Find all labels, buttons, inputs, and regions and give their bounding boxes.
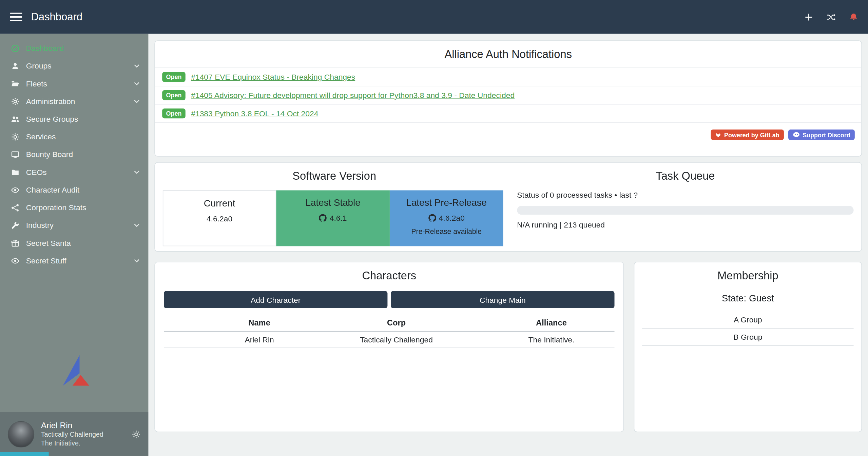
version-box-current: Current 4.6.2a0 [163,190,276,246]
plus-icon[interactable] [804,13,813,21]
user-info: Ariel Rin Tactically Challenged The Init… [41,420,103,448]
alliance-logo [0,353,148,387]
sidebar-item-label: Character Audit [26,185,79,194]
sidebar-nav: Dashboard Groups Fleets [0,34,148,270]
list-item: B Group [642,329,853,346]
version-heading: Current [163,198,275,209]
header-name: Name [214,315,305,331]
shuffle-icon[interactable] [827,13,836,21]
user-name: Ariel Rin [41,420,103,431]
characters-table-header: Name Corp Alliance [164,315,614,332]
sidebar-item-ceos[interactable]: CEOs [0,163,148,181]
sidebar-bottom-accent [0,452,49,456]
user-icon [11,62,19,70]
notification-link[interactable]: #1407 EVE Equinox Status - Breaking Chan… [191,73,355,81]
membership-title: Membership [634,262,861,289]
chevron-down-icon [134,82,139,85]
notification-item: Open #1405 Advisory: Future development … [155,86,861,105]
page-title: Dashboard [31,11,82,23]
folder-icon [11,168,19,176]
task-queue-status: Status of 0 processed tasks • last ? [517,190,853,199]
chevron-down-icon [134,99,139,103]
sidebar-item-corporation-stats[interactable]: Corporation Stats [0,199,148,216]
notifications-title: Alliance Auth Notifications [155,41,861,67]
bell-icon[interactable] [849,13,858,21]
status-badge: Open [162,108,186,118]
settings-gear-icon[interactable] [132,430,140,438]
powered-by-gitlab-badge[interactable]: Powered by GitLab [711,130,784,140]
add-character-button[interactable]: Add Character [164,291,387,308]
task-queue-section: Task Queue Status of 0 processed tasks •… [517,168,853,245]
menu-toggle-button[interactable] [10,13,22,21]
notifications-card: Alliance Auth Notifications Open #1407 E… [154,40,862,157]
eye-icon [11,186,19,194]
alliance-auth-app: Dashboard Dashboard [0,0,868,456]
sidebar-item-industry[interactable]: Industry [0,216,148,234]
version-value: 4.6.1 [330,214,347,222]
user-alliance: The Initiative. [41,439,103,448]
header-corp: Corp [305,315,488,331]
character-alliance: The Initiative. [488,335,615,344]
change-main-button[interactable]: Change Main [391,291,614,308]
characters-card: Characters Add Character Change Main Nam… [154,262,624,432]
users-icon [11,115,19,123]
version-value: 4.6.2a0 [207,214,232,223]
chevron-down-icon [134,170,139,174]
board-icon [11,150,19,158]
sidebar-item-character-audit[interactable]: Character Audit [0,181,148,199]
membership-card: Membership State: Guest A Group B Group [634,262,862,432]
sidebar-item-secret-stuff[interactable]: Secret Stuff [0,252,148,270]
sidebar: Dashboard Groups Fleets [0,34,148,456]
sidebar-item-bounty-board[interactable]: Bounty Board [0,145,148,163]
task-queue-progress-bar [517,206,853,215]
gift-icon [11,239,19,247]
sidebar-item-label: Bounty Board [26,150,73,159]
sidebar-item-label: CEOs [26,168,47,177]
gears-icon [11,97,19,105]
sidebar-item-label: Dashboard [26,44,64,53]
notifications-footer: Powered by GitLab Support Discord [155,123,861,140]
sidebar-item-administration[interactable]: Administration [0,93,148,110]
sidebar-item-label: Industry [26,221,54,230]
eye-icon [11,256,19,264]
sidebar-item-label: Corporation Stats [26,203,86,212]
sidebar-item-label: Secure Groups [26,115,78,123]
sidebar-item-groups[interactable]: Groups [0,57,148,75]
sidebar-item-fleets[interactable]: Fleets [0,75,148,92]
gitlab-icon [715,132,721,138]
version-queue-card: Software Version Current 4.6.2a0 Latest … [154,162,862,252]
characters-buttons: Add Character Change Main [155,291,623,308]
characters-title: Characters [155,262,623,289]
sidebar-item-services[interactable]: Services [0,128,148,145]
list-item: A Group [642,312,853,329]
sidebar-item-secure-groups[interactable]: Secure Groups [0,110,148,128]
support-discord-badge[interactable]: Support Discord [788,130,855,140]
task-queue-title: Task Queue [517,170,853,183]
chevron-down-icon [134,259,139,262]
user-panel: Ariel Rin Tactically Challenged The Init… [0,412,148,456]
character-name: Ariel Rin [214,335,305,344]
status-badge: Open [162,90,186,100]
sidebar-item-label: Fleets [26,79,47,88]
notification-link[interactable]: #1383 Python 3.8 EOL - 14 Oct 2024 [191,109,318,118]
version-boxes: Current 4.6.2a0 Latest Stable 4.6.1 Late… [163,190,506,246]
version-box-latest-stable: Latest Stable 4.6.1 [276,190,390,246]
version-heading: Latest Pre-Release [390,198,503,209]
table-row: Ariel Rin Tactically Challenged The Init… [164,332,614,348]
badge-label: Powered by GitLab [724,132,779,138]
main-content: Alliance Auth Notifications Open #1407 E… [148,34,868,456]
sidebar-item-secret-santa[interactable]: Secret Santa [0,234,148,252]
wrench-icon [11,221,19,229]
characters-table: Name Corp Alliance Ariel Rin Tactically … [164,315,614,348]
software-version-title: Software Version [163,170,506,183]
notification-link[interactable]: #1405 Advisory: Future development will … [191,91,515,100]
sidebar-item-label: Groups [26,61,52,70]
notifications-list: Open #1407 EVE Equinox Status - Breaking… [155,67,861,123]
membership-state: State: Guest [634,293,861,304]
top-navbar: Dashboard [0,0,868,34]
sidebar-item-dashboard[interactable]: Dashboard [0,39,148,57]
version-note: Pre-Release available [390,227,503,236]
header-alliance: Alliance [488,315,615,331]
check-circle-icon [11,44,19,52]
task-queue-counts: N/A running | 213 queued [517,220,853,229]
